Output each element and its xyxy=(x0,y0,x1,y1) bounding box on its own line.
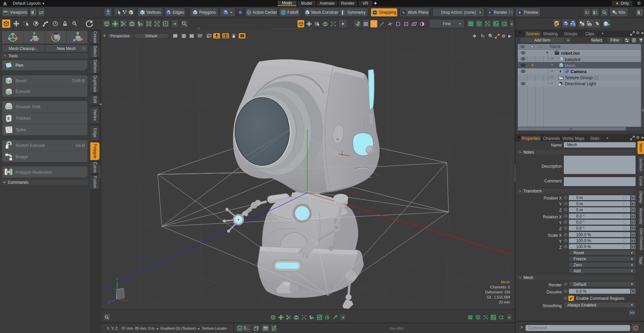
svg-text:X: X xyxy=(126,299,128,302)
svg-text:20 mm: 20 mm xyxy=(499,300,510,304)
svg-text:Channels: 0: Channels: 0 xyxy=(490,285,510,289)
svg-text:Y: Y xyxy=(116,278,118,281)
svg-text:Deformers: ON: Deformers: ON xyxy=(485,290,510,294)
svg-text:Z: Z xyxy=(108,300,110,304)
svg-text:GL: 1,511,584: GL: 1,511,584 xyxy=(487,295,510,299)
svg-text:Mesh: Mesh xyxy=(501,280,510,284)
